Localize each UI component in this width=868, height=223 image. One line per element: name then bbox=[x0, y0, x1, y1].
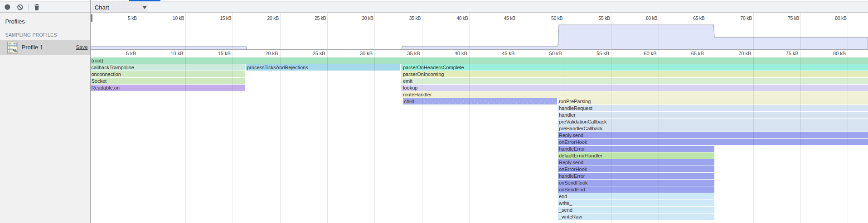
svg-text:%: % bbox=[13, 48, 17, 53]
